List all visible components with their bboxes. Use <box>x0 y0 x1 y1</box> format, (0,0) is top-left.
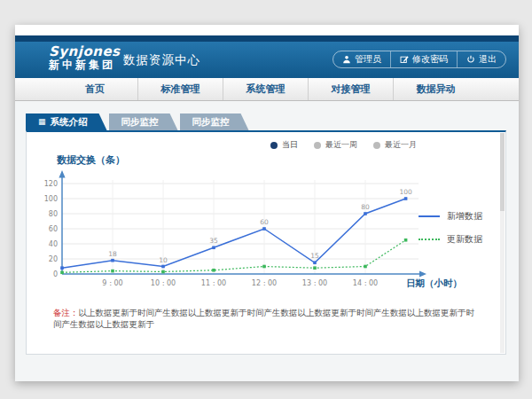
user-icon <box>342 55 351 64</box>
user-toolbar: 管理员 修改密码 退出 <box>332 51 506 68</box>
grid-icon: ▦ <box>38 113 46 130</box>
footnote-text: 以上数据更新于时间产生数据以上数据更新于时间产生数据以上数据更新于时间产生数据以… <box>53 308 474 329</box>
radio-dot-icon <box>373 142 380 149</box>
logout-label: 退出 <box>479 53 497 66</box>
change-password-label: 修改密码 <box>412 53 448 66</box>
top-accent-strip <box>15 35 519 42</box>
svg-text:10: 10 <box>159 256 168 264</box>
scrollbar-thumb[interactable] <box>500 133 505 211</box>
range-filter-label: 当日 <box>282 139 298 151</box>
footnote-label: 备注： <box>53 308 79 317</box>
tab-bar: ▦ 系统介绍 同步监控 同步监控 <box>26 113 251 130</box>
chart-panel: 当日 最近一周 最近一月 数据交换（条） 0204060801001209：00… <box>26 130 506 355</box>
svg-text:11：00: 11：00 <box>201 279 226 287</box>
company-logo: Synjones 新中新集团 <box>49 45 121 70</box>
app-window: Synjones 新中新集团 数据资源中心 管理员 修改密码 退出 首页 标准管… <box>15 25 519 381</box>
nav-item-home[interactable]: 首页 <box>52 78 137 100</box>
footnote: 备注：以上数据更新于时间产生数据以上数据更新于时间产生数据以上数据更新于时间产生… <box>53 308 479 331</box>
logout-button[interactable]: 退出 <box>457 51 505 67</box>
tab-label: 同步监控 <box>121 113 159 130</box>
dotted-line-swatch-icon <box>419 239 440 240</box>
svg-text:12：00: 12：00 <box>252 279 277 287</box>
app-header: Synjones 新中新集团 数据资源中心 管理员 修改密码 退出 <box>15 42 519 78</box>
tab-sync-monitor-2[interactable]: 同步监控 <box>180 113 249 130</box>
tab-label: 同步监控 <box>192 113 230 130</box>
nav-item-data-changes[interactable]: 数据异动 <box>393 78 478 100</box>
x-axis-title: 日期（小时） <box>406 278 462 290</box>
nav-item-interface-mgmt[interactable]: 对接管理 <box>308 78 393 100</box>
svg-text:15: 15 <box>310 252 319 260</box>
svg-text:10：00: 10：00 <box>151 279 176 287</box>
chart-legend: 新增数据 更新数据 <box>419 210 482 246</box>
solid-line-swatch-icon <box>419 215 440 217</box>
svg-text:60: 60 <box>49 225 58 233</box>
svg-text:40: 40 <box>49 240 58 248</box>
svg-text:120: 120 <box>44 180 58 188</box>
radio-dot-icon <box>270 142 278 149</box>
tab-label: 系统介绍 <box>51 113 88 130</box>
legend-label: 更新数据 <box>447 233 482 246</box>
range-filter-label: 最近一月 <box>385 139 417 151</box>
panel-scrollbar[interactable] <box>500 133 505 353</box>
nav-item-standard-mgmt[interactable]: 标准管理 <box>137 78 223 100</box>
svg-text:100: 100 <box>399 188 412 196</box>
page-title: 数据资源中心 <box>123 42 200 78</box>
legend-item-updated-data: 更新数据 <box>419 233 482 246</box>
change-password-button[interactable]: 修改密码 <box>390 51 457 67</box>
svg-text:100: 100 <box>44 195 58 203</box>
svg-text:14：00: 14：00 <box>353 279 378 287</box>
tab-system-intro[interactable]: ▦ 系统介绍 <box>26 113 107 130</box>
svg-text:18: 18 <box>108 250 117 258</box>
tab-sync-monitor-1[interactable]: 同步监控 <box>109 113 178 130</box>
svg-text:0: 0 <box>53 270 58 278</box>
svg-text:60: 60 <box>260 218 269 226</box>
user-name-label: 管理员 <box>355 53 381 66</box>
logo-chinese-name: 新中新集团 <box>49 59 121 71</box>
time-range-filters: 当日 最近一周 最近一月 <box>270 139 417 151</box>
svg-text:80: 80 <box>49 210 58 218</box>
legend-item-new-data: 新增数据 <box>419 210 482 223</box>
nav-item-system-mgmt[interactable]: 系统管理 <box>223 78 308 100</box>
data-exchange-line-chart: 0204060801001209：0010：0011：0012：0013：001… <box>35 168 436 293</box>
main-navigation: 首页 标准管理 系统管理 对接管理 数据异动 <box>15 78 519 101</box>
y-axis-title: 数据交换（条） <box>57 153 125 167</box>
range-filter-last-week[interactable]: 最近一周 <box>314 139 357 151</box>
logo-wordmark: Synjones <box>49 45 121 59</box>
svg-text:80: 80 <box>361 203 370 211</box>
range-filter-label: 最近一周 <box>325 139 357 151</box>
user-account-button[interactable]: 管理员 <box>333 51 390 67</box>
edit-icon <box>400 55 409 64</box>
power-icon <box>466 55 475 64</box>
content-area: ▦ 系统介绍 同步监控 同步监控 当日 最近一周 <box>15 101 519 381</box>
svg-text:35: 35 <box>209 237 218 245</box>
range-filter-today[interactable]: 当日 <box>270 139 298 151</box>
svg-text:13：00: 13：00 <box>302 279 327 287</box>
svg-text:20: 20 <box>49 255 58 263</box>
legend-label: 新增数据 <box>447 210 482 223</box>
radio-dot-icon <box>314 142 321 149</box>
range-filter-last-month[interactable]: 最近一月 <box>373 139 417 151</box>
svg-text:9：00: 9：00 <box>102 279 122 287</box>
